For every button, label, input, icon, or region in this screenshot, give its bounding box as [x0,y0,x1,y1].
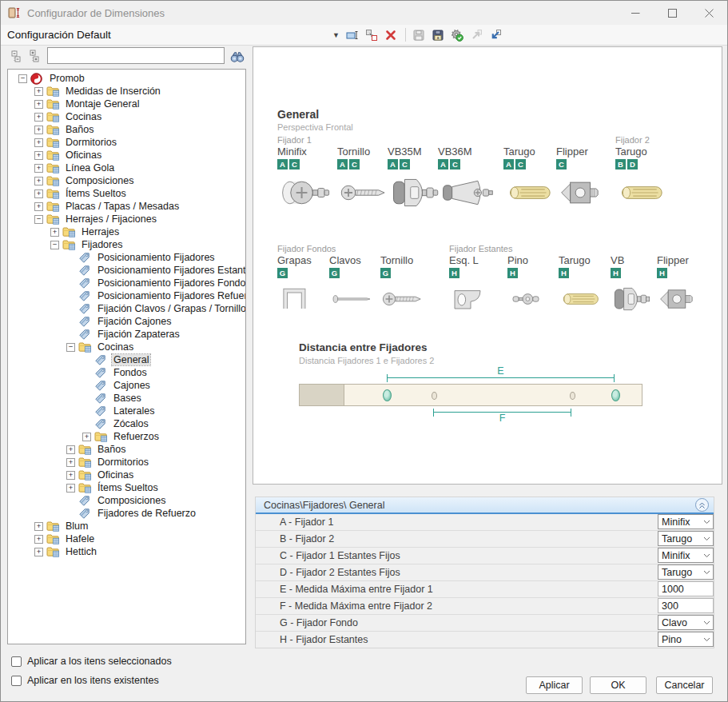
expand-icon[interactable]: + [34,202,43,211]
property-value-dropdown[interactable]: Clavo [658,615,714,630]
tree-item-ba-os[interactable]: +Baños [8,123,245,136]
tree-item-montaje-general[interactable]: +Montaje General [8,98,245,110]
tree-item-z-calos[interactable]: Zócalos [8,417,245,430]
tag-icon [78,508,93,520]
configuration-dropdown-arrow[interactable]: ▼ [332,31,344,39]
collapse-icon[interactable]: − [66,343,75,352]
property-value-dropdown[interactable]: Pino [658,632,714,647]
expand-icon[interactable]: + [34,535,43,544]
tree-item-blum[interactable]: +Blum [8,520,245,532]
expand-icon[interactable]: + [34,100,43,109]
expand-icon[interactable]: + [34,177,43,185]
tag-icon [94,354,109,366]
property-value-dropdown[interactable]: Tarugo [658,531,714,546]
import-configuration-icon[interactable] [487,27,504,43]
tree-item-herrajes[interactable]: +Herrajes [8,225,245,238]
tree-item-composiciones[interactable]: +Composiciones [8,174,245,187]
collapse-all-icon[interactable] [11,50,22,62]
property-value-dropdown[interactable]: Minifix [658,548,714,563]
tree-item-placas-tapas-mesadas[interactable]: +Placas / Tapas / Mesadas [8,200,245,213]
tree-item-fijaci-n-zapateras[interactable]: Fijación Zapateras [8,328,245,341]
collapse-icon[interactable]: − [18,74,27,83]
tree-item-tems-sueltos[interactable]: +Ítems Sueltos [8,187,245,200]
search-icon[interactable] [230,50,245,62]
tree-item-posicionamiento-fijadores-estantes[interactable]: Posicionamiento Fijadores Estantes [8,264,245,277]
expand-icon[interactable]: + [66,445,75,454]
expand-icon[interactable]: + [34,151,43,160]
tree-item-cocinas[interactable]: −Cocinas [8,341,245,353]
expand-icon[interactable]: + [66,471,75,480]
tree-item-fondos[interactable]: Fondos [8,366,245,379]
tree-item-herrajes-fijaciones[interactable]: −Herrajes / Fijaciones [8,213,245,225]
expand-icon[interactable]: + [66,484,75,493]
tree-item-oficinas[interactable]: +Oficinas [8,469,245,481]
fastener-flipper: FlipperH [657,244,727,317]
tree-item-dormitorios[interactable]: +Dormitorios [8,456,245,469]
expand-icon[interactable]: + [34,189,43,198]
checkbox-aplicar-itens-existentes[interactable]: Aplicar en los itens existentes [11,675,159,686]
fastener-group-label [657,244,727,254]
tree-item-fijaci-n-cajones[interactable]: Fijación Cajones [8,315,245,328]
property-value-input[interactable]: 300 [658,598,714,613]
expand-icon[interactable]: + [34,164,43,173]
search-input[interactable] [47,47,225,64]
tree-item-fijadores-de-refuerzo[interactable]: Fijadores de Refuerzo [8,507,245,520]
tree-item-promob[interactable]: −Promob [8,72,245,85]
tree-item-label: Composiciones [96,495,167,506]
tree-item-posicionamiento-fijadores-refuerzos[interactable]: Posicionamiento Fijadores Refuerzos [8,289,245,302]
tree-item-oficinas[interactable]: +Oficinas [8,149,245,162]
tree-item-ba-os[interactable]: +Baños [8,443,245,456]
tree-item-composiciones[interactable]: Composiciones [8,494,245,507]
expand-icon[interactable]: + [66,458,75,467]
apply-configuration-icon[interactable] [448,27,466,43]
tree-item-general[interactable]: General [8,353,245,366]
tree-item-posicionamiento-fijadores[interactable]: Posicionamiento Fijadores [8,251,245,264]
property-value-dropdown[interactable]: Tarugo [658,564,714,580]
tree-item-tems-sueltos[interactable]: +Ítems Sueltos [8,481,245,494]
tree-item-hafele[interactable]: +Hafele [8,532,245,545]
fastener-name: Tornillo [380,254,451,267]
rename-configuration-icon[interactable] [344,27,361,43]
ok-button[interactable]: OK [590,676,646,694]
collapse-panel-button[interactable] [695,498,709,512]
expand-icon[interactable]: + [34,522,43,531]
fastener-name: Flipper [657,254,727,267]
tree-item-posicionamiento-fijadores-fondos[interactable]: Posicionamiento Fijadores Fondos [8,277,245,289]
expand-icon[interactable]: + [34,548,43,556]
expand-icon[interactable]: + [34,138,43,147]
duplicate-configuration-icon[interactable] [363,27,380,43]
aplicar-button[interactable]: Aplicar [526,676,583,694]
collapse-icon[interactable]: − [34,215,43,224]
expand-icon[interactable]: + [34,87,43,96]
expand-icon[interactable]: + [82,433,91,441]
expand-all-icon[interactable] [30,50,40,62]
tree-item-hettich[interactable]: +Hettich [8,545,245,558]
tree-item-dormitorios[interactable]: +Dormitorios [8,136,245,149]
tree-item-laterales[interactable]: Laterales [8,405,245,417]
expand-icon[interactable]: + [50,228,59,237]
collapse-icon[interactable]: − [50,241,59,249]
expand-icon[interactable]: + [34,126,43,134]
badge-c: C [450,159,460,170]
tree-item-label: Cocinas [96,341,135,353]
tree-item-fijaci-n-clavos-grapas-tornillos[interactable]: Fijación Clavos / Grapas / Tornillos [8,302,245,315]
tree-item-medidas-de-inserci-n[interactable]: +Medidas de Inserción [8,85,245,98]
badge-h: H [559,268,569,278]
save-configuration-as-icon[interactable]: a [429,27,447,43]
cancelar-button[interactable]: Cancelar [656,676,713,694]
tree-item-bases[interactable]: Bases [8,392,245,405]
tree-item-l-nea-gola[interactable]: +Línea Gola [8,162,245,174]
property-value-dropdown[interactable]: Minifix [658,514,714,529]
tree-item-refuerzos[interactable]: +Refuerzos [8,430,245,443]
tree-item-cajones[interactable]: Cajones [8,379,245,392]
minimize-button[interactable] [617,1,654,25]
expand-icon[interactable]: + [34,113,43,122]
property-value-input[interactable]: 1000 [658,581,714,596]
tree-item-fijadores[interactable]: −Fijadores [8,238,245,251]
configuration-selector[interactable]: Configuración Default [7,29,332,41]
delete-configuration-icon[interactable] [382,27,400,43]
tree-item-cocinas[interactable]: +Cocinas [8,110,245,123]
close-button[interactable] [690,1,727,25]
checkbox-aplicar-itens-seleccionados[interactable]: Aplicar a los itens seleccionados [11,656,172,667]
maximize-button[interactable] [654,1,690,25]
